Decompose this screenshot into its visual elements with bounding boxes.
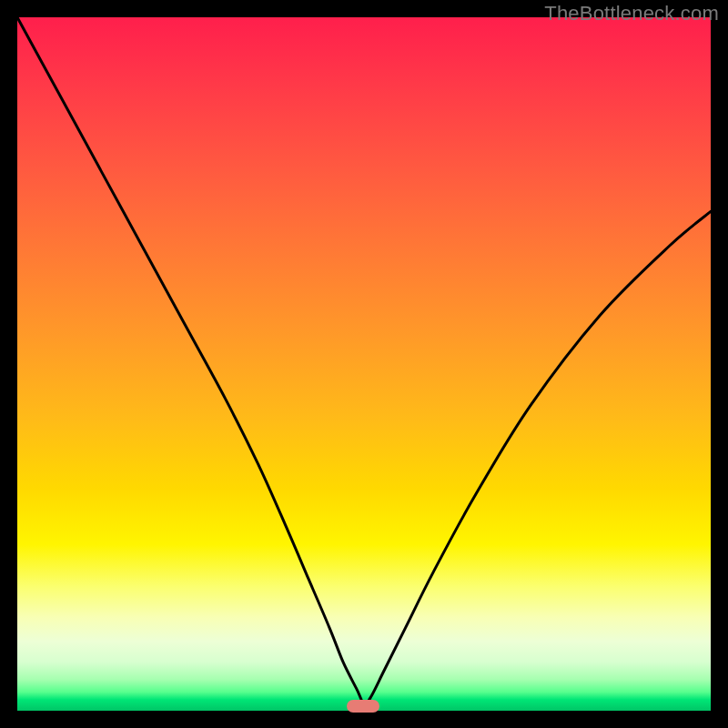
bottleneck-curve	[17, 17, 711, 711]
chart-frame: TheBottleneck.com	[0, 0, 728, 728]
curve-path	[17, 17, 711, 704]
watermark-text: TheBottleneck.com	[544, 2, 719, 25]
plot-area	[17, 17, 711, 711]
bottleneck-marker	[347, 700, 379, 713]
